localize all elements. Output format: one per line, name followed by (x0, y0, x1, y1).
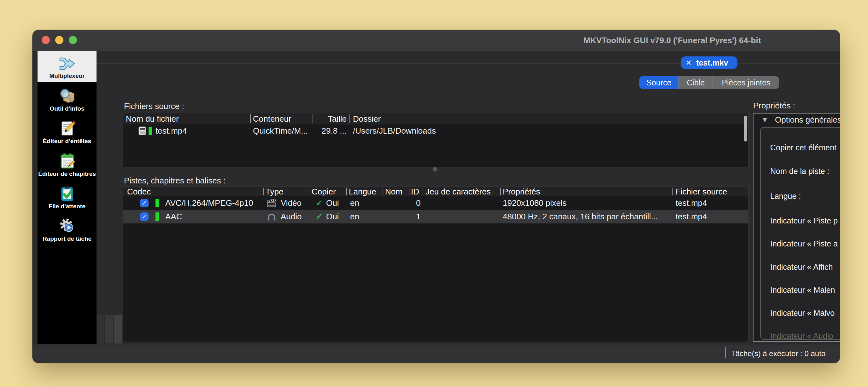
file-ok-flag (149, 127, 152, 135)
field-label-visual-impaired-flag: Indicateur « Malvo (770, 309, 835, 318)
column-header-langue[interactable]: Langue (349, 187, 376, 196)
tab-source[interactable]: Source (639, 76, 678, 89)
window-title: MKVToolNix GUI v79.0 ('Funeral Pyres') 6… (584, 30, 761, 51)
merge-icon (58, 54, 76, 72)
app-window: MKVToolNix GUI v79.0 ('Funeral Pyres') 6… (32, 30, 840, 363)
track-id: 1 (416, 210, 421, 223)
copy-yes-check-icon: ✔ (316, 196, 323, 210)
column-separator[interactable] (346, 188, 347, 195)
column-separator[interactable] (250, 115, 251, 123)
column-separator[interactable] (500, 188, 501, 195)
copy-yes-check-icon: ✔ (316, 210, 323, 223)
column-header-id[interactable]: ID (411, 187, 419, 196)
sidebar-item-header-editor[interactable]: Éditeur d'entêtes (37, 116, 96, 147)
status-bar (32, 344, 840, 363)
sidebar-item-job-output[interactable]: Rapport de tâche (37, 214, 96, 245)
track-copy-value: Oui (326, 210, 339, 223)
track-codec: AVC/H.264/MPEG-4p10 (165, 196, 253, 210)
sidebar: Multiplexeur Outil d'infos Éditeur d'ent… (37, 51, 96, 344)
file-folder: /Users/JLB/Downloads (353, 125, 436, 137)
tab-pieces-jointes[interactable]: Pièces jointes (713, 76, 779, 89)
tab-cible[interactable]: Cible (678, 76, 713, 89)
track-properties: 1920x1080 pixels (503, 196, 566, 210)
track-copy-value: Oui (326, 196, 339, 210)
field-label-original-audio-flag: Indicateur « Audio (770, 331, 833, 341)
sidebar-item-label: Éditeur de chapitres (38, 170, 96, 178)
sidebar-item-info-tool[interactable]: Outil d'infos (37, 84, 96, 115)
chapter-editor-icon (58, 152, 76, 170)
source-files-table: Nom du fichier Conteneur Taille Dossier … (123, 113, 748, 167)
tracks-table: Codec Type Copier Langue Nom ID Jeu de c… (123, 187, 748, 342)
column-header-taille[interactable]: Taille (313, 113, 347, 125)
column-separator[interactable] (409, 188, 409, 195)
sidebar-item-multiplexer[interactable]: Multiplexeur (37, 51, 96, 82)
job-output-icon (58, 217, 76, 235)
column-separator[interactable] (310, 188, 310, 195)
track-copy-checkbox[interactable]: ✓ (140, 199, 149, 207)
close-window-button[interactable] (42, 36, 50, 44)
track-ok-flag (155, 199, 159, 207)
open-file-tab-label: test.mkv (696, 56, 728, 69)
track-type: Vidéo (281, 196, 302, 210)
column-header-type[interactable]: Type (266, 187, 283, 196)
column-header-copier[interactable]: Copier (312, 187, 336, 196)
field-label-enabled-track-flag: Indicateur « Piste a (770, 239, 838, 248)
track-type: Audio (281, 210, 302, 223)
track-language: en (350, 210, 359, 223)
column-header-codec[interactable]: Codec (127, 187, 151, 196)
titlebar: MKVToolNix GUI v79.0 ('Funeral Pyres') 6… (32, 30, 840, 51)
track-source-file: test.mp4 (676, 196, 707, 210)
sidebar-item-job-queue[interactable]: File d'attente (37, 181, 96, 213)
column-separator[interactable] (423, 188, 423, 195)
source-file-row[interactable]: test.mp4 QuickTime/M... 29.8 ... /Users/… (123, 125, 748, 137)
collapse-triangle-icon[interactable]: ▼ (761, 115, 769, 124)
clipped-button[interactable] (105, 315, 113, 344)
column-separator[interactable] (349, 115, 350, 123)
track-properties: 48000 Hz, 2 canaux, 16 bits par échantil… (503, 210, 658, 223)
desktop: MKVToolNix GUI v79.0 ('Funeral Pyres') 6… (0, 0, 868, 387)
column-separator[interactable] (382, 188, 383, 195)
source-files-table-header: Nom du fichier Conteneur Taille Dossier (123, 113, 748, 125)
track-row-audio[interactable]: ✓ AAC Audio ✔ Oui en 1 48000 Hz, 2 canau… (123, 210, 748, 223)
vertical-scrollbar[interactable] (744, 116, 747, 141)
track-source-file: test.mp4 (676, 210, 707, 223)
tracks-heading: Pistes, chapitres et balises : (124, 176, 225, 186)
sidebar-item-label: Multiplexeur (50, 72, 85, 79)
general-options-section-header[interactable]: Options générales (775, 115, 840, 125)
column-header-nom[interactable]: Nom (385, 187, 402, 196)
column-separator[interactable] (673, 188, 673, 195)
open-file-tab[interactable]: ✕ test.mkv (681, 56, 737, 69)
info-tool-icon (58, 87, 76, 105)
general-options-groupbox (760, 127, 840, 340)
job-queue-icon (58, 185, 76, 202)
sidebar-item-label: Éditeur d'entêtes (43, 138, 91, 144)
minimize-window-button[interactable] (55, 36, 63, 44)
sidebar-item-chapter-editor[interactable]: Éditeur de chapitres (37, 149, 96, 180)
status-separator (725, 347, 726, 358)
file-size: 29.8 ... (313, 125, 347, 137)
column-header-conteneur[interactable]: Conteneur (253, 113, 291, 125)
column-header-proprietes[interactable]: Propriétés (503, 187, 540, 196)
column-header-nom-du-fichier[interactable]: Nom du fichier (126, 113, 179, 125)
close-file-tab-icon[interactable]: ✕ (686, 56, 692, 69)
mp4-file-icon (138, 126, 146, 135)
track-id: 0 (416, 196, 421, 210)
properties-heading: Propriétés : (753, 101, 795, 110)
zoom-window-button[interactable] (69, 36, 77, 44)
column-separator[interactable] (264, 188, 264, 195)
column-header-dossier[interactable]: Dossier (353, 113, 381, 125)
splitter-handle[interactable] (433, 167, 437, 171)
clipped-button[interactable] (97, 315, 104, 344)
field-label-default-track-flag: Indicateur « Piste p (770, 216, 838, 225)
sidebar-item-label: Rapport de tâche (42, 235, 91, 243)
track-ok-flag (155, 213, 159, 221)
header-editor-icon (58, 120, 76, 137)
audio-track-icon (267, 213, 276, 222)
track-copy-checkbox[interactable]: ✓ (140, 213, 149, 221)
field-label-copy-item: Copier cet élément (770, 143, 836, 152)
column-header-fichier-source[interactable]: Fichier source (676, 187, 727, 196)
clipped-button[interactable] (114, 315, 122, 344)
track-row-video[interactable]: ✓ AVC/H.264/MPEG-4p10 Vidéo ✔ Oui en 0 1… (123, 196, 748, 210)
field-label-hearing-impaired-flag: Indicateur « Malen (770, 286, 835, 295)
column-header-jeu-de-caracteres[interactable]: Jeu de caractères (426, 187, 491, 196)
